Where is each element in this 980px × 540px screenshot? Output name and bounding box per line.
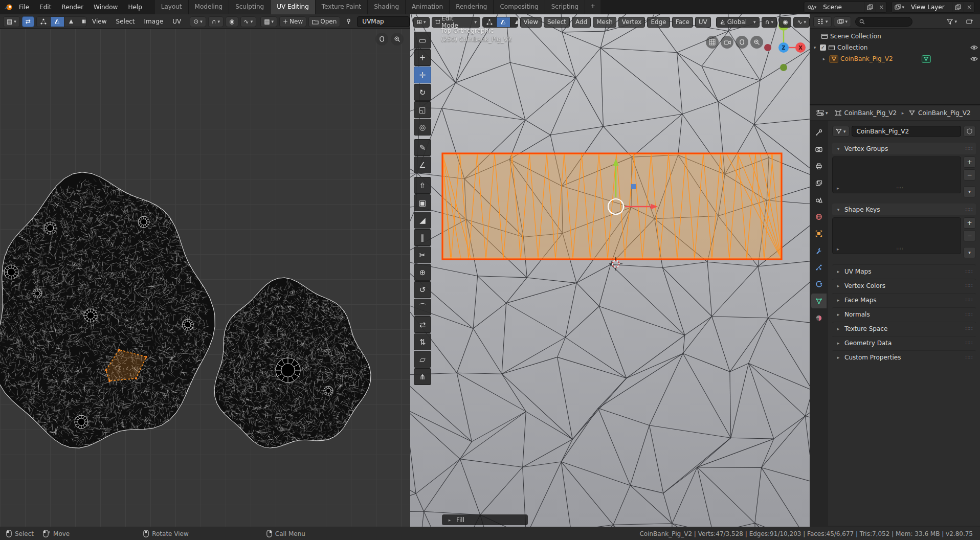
- tab-shading[interactable]: Shading: [368, 0, 406, 14]
- v3d-snap-button[interactable]: ∩▾: [762, 17, 777, 28]
- uv-image-browse-button[interactable]: ▦▾: [260, 16, 277, 27]
- tool-rotate[interactable]: ↻: [414, 84, 431, 101]
- eye-icon[interactable]: [970, 45, 978, 50]
- vertex-groups-list[interactable]: ▸ ∷∷: [832, 156, 961, 193]
- tool-edge-slide[interactable]: ⇄: [414, 316, 431, 333]
- blender-logo-icon[interactable]: [4, 4, 13, 11]
- tool-rip-region[interactable]: ⋔: [414, 368, 431, 385]
- tool-extrude-region[interactable]: ⇧: [414, 177, 431, 194]
- panel-normals-header[interactable]: ▸Normals∷∷: [832, 307, 976, 321]
- uv-select-vertex-icon[interactable]: [37, 17, 51, 27]
- panel-shape-keys-header[interactable]: ▾ Shape Keys ∷∷: [832, 204, 976, 215]
- breadcrumb-object-name[interactable]: CoinBank_Pig_V2: [844, 109, 897, 117]
- uv-pin-icon[interactable]: [342, 16, 355, 27]
- tool-bevel[interactable]: ◢: [414, 212, 431, 229]
- uv-zoom-icon[interactable]: [391, 33, 404, 46]
- tool-shear[interactable]: ▱: [414, 351, 431, 368]
- tool-cursor[interactable]: +: [414, 49, 431, 66]
- fake-user-shield-icon[interactable]: [963, 126, 976, 137]
- properties-editor-type-button[interactable]: ▾: [813, 107, 832, 118]
- shape-keys-list[interactable]: ▸ ∷∷: [832, 217, 961, 254]
- tool-measure[interactable]: ∠: [414, 156, 431, 173]
- v3d-menu-mesh[interactable]: Mesh: [593, 17, 616, 28]
- vertex-group-add-button[interactable]: +: [963, 156, 976, 168]
- scene-name[interactable]: Scene: [819, 4, 864, 11]
- uv-select-face-icon[interactable]: [64, 17, 78, 27]
- uv-pan-icon[interactable]: [375, 33, 388, 46]
- tool-transform[interactable]: ◎: [414, 119, 431, 136]
- breadcrumb-data-name[interactable]: CoinBank_Pig_V2: [918, 109, 971, 117]
- viewport-camera-icon[interactable]: [721, 36, 733, 49]
- v3d-menu-uv[interactable]: UV: [695, 17, 711, 28]
- tool-move[interactable]: ✛: [414, 66, 431, 83]
- panel-texture-space-header[interactable]: ▸Texture Space∷∷: [832, 322, 976, 335]
- tab-animation[interactable]: Animation: [406, 0, 450, 14]
- tab-material[interactable]: [811, 310, 827, 325]
- uv-select-edge-icon[interactable]: [51, 17, 64, 27]
- tab-render[interactable]: [811, 142, 827, 156]
- outliner-filter-button[interactable]: ▾: [943, 16, 961, 27]
- uv-editor-type-button[interactable]: ▤▾: [3, 16, 20, 27]
- panel-geometry-data-header[interactable]: ▸Geometry Data∷∷: [832, 336, 976, 349]
- tab-texture-paint[interactable]: Texture Paint: [316, 0, 368, 14]
- transform-orientation-dropdown[interactable]: Global ▾: [716, 17, 760, 28]
- tab-sculpting[interactable]: Sculpting: [229, 0, 271, 14]
- tab-physics[interactable]: [811, 277, 827, 291]
- v3d-menu-edge[interactable]: Edge: [647, 17, 670, 28]
- panel-custom-properties-header[interactable]: ▸Custom Properties∷∷: [832, 350, 976, 364]
- uv-pivot-button[interactable]: ⊙▾: [190, 16, 206, 27]
- outliner-row-object[interactable]: ▸ CoinBank_Pig_V2: [810, 53, 980, 64]
- v3d-menu-view[interactable]: View: [520, 17, 542, 28]
- outliner-display-mode-button[interactable]: ▾: [834, 16, 852, 27]
- collection-checkbox[interactable]: ✓: [820, 44, 826, 51]
- remove-view-layer-icon[interactable]: ×: [964, 2, 974, 12]
- v3d-menu-add[interactable]: Add: [572, 17, 591, 28]
- vertex-group-remove-button[interactable]: −: [963, 169, 976, 181]
- shape-key-add-button[interactable]: +: [963, 217, 976, 229]
- panel-vertex-groups-header[interactable]: ▾ Vertex Groups ∷∷: [832, 143, 976, 154]
- outliner-row-collection[interactable]: ▾ ✓ Collection: [810, 42, 980, 53]
- panel-face-maps-header[interactable]: ▸Face Maps∷∷: [832, 293, 976, 306]
- tab-layout[interactable]: Layout: [155, 0, 189, 14]
- uv-menu-image[interactable]: Image: [141, 16, 167, 27]
- v3d-menu-vertex[interactable]: Vertex: [618, 17, 645, 28]
- menu-render[interactable]: Render: [57, 2, 88, 12]
- menu-help[interactable]: Help: [123, 2, 146, 12]
- tab-object[interactable]: [811, 226, 827, 241]
- tab-output[interactable]: [811, 159, 827, 173]
- new-collection-button[interactable]: [963, 16, 977, 27]
- tab-world[interactable]: [811, 209, 827, 224]
- shape-key-remove-button[interactable]: −: [963, 230, 976, 241]
- tab-rendering[interactable]: Rendering: [450, 0, 494, 14]
- v3d-menu-select[interactable]: Select: [544, 17, 570, 28]
- shape-key-specials-button[interactable]: ▾: [963, 247, 976, 258]
- menu-file[interactable]: File: [14, 2, 34, 12]
- tab-particles[interactable]: [811, 260, 827, 275]
- panel-uv-maps-header[interactable]: ▸UV Maps∷∷: [832, 264, 976, 278]
- viewport-pan-icon[interactable]: [736, 36, 748, 49]
- tab-view-layer[interactable]: [811, 175, 827, 190]
- uv-falloff-button[interactable]: ∿▾: [240, 16, 257, 27]
- tool-scale[interactable]: ◱: [414, 101, 431, 118]
- tool-annotate[interactable]: ✎: [414, 139, 431, 156]
- tool-inset-faces[interactable]: ▣: [414, 194, 431, 211]
- uvmap-field[interactable]: UVMap: [357, 16, 410, 27]
- tab-modifiers[interactable]: [811, 243, 827, 258]
- v3d-menu-face[interactable]: Face: [672, 17, 693, 28]
- copy-view-layer-icon[interactable]: [952, 2, 964, 12]
- uv-select-island-icon[interactable]: [78, 17, 86, 27]
- view-layer-name[interactable]: View Layer: [907, 4, 952, 11]
- mesh-data-browse-button[interactable]: ▾: [832, 126, 850, 137]
- outliner-row-scene-collection[interactable]: Scene Collection: [810, 31, 980, 42]
- v3d-select-edge-icon[interactable]: [497, 17, 510, 27]
- add-workspace-button[interactable]: +: [585, 0, 600, 14]
- v3d-editor-type-button[interactable]: ⊞▾: [413, 17, 430, 28]
- v3d-select-vertex-icon[interactable]: [483, 17, 497, 27]
- uv-menu-select[interactable]: Select: [113, 16, 139, 27]
- tab-modeling[interactable]: Modeling: [189, 0, 230, 14]
- scene-icon[interactable]: ▾: [804, 2, 819, 12]
- uv-sync-selection-toggle[interactable]: ⇄: [22, 16, 34, 27]
- uv-open-image-button[interactable]: Open: [308, 16, 340, 27]
- eye-icon[interactable]: [970, 56, 978, 61]
- tab-scripting[interactable]: Scripting: [545, 0, 585, 14]
